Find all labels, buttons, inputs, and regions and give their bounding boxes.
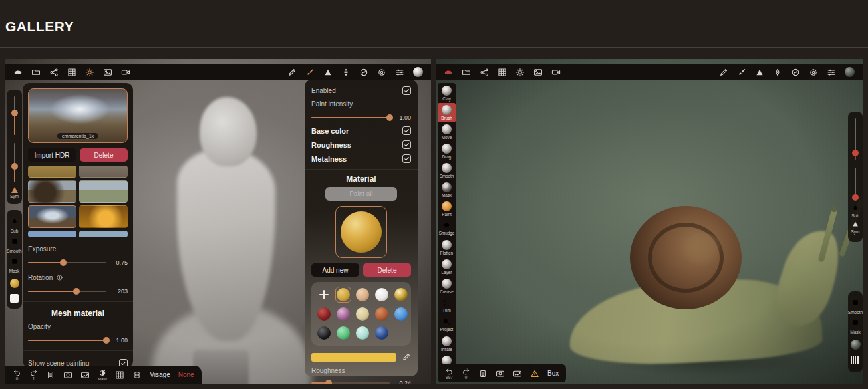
files-icon[interactable] xyxy=(462,68,471,77)
alpha-triangle-icon[interactable] xyxy=(755,68,764,77)
rotation-slider-knob[interactable] xyxy=(73,288,80,295)
texture-stripes-thumbnail[interactable] xyxy=(851,356,860,364)
environment-sun-icon[interactable] xyxy=(515,68,525,77)
intensity-slider-knob[interactable] xyxy=(11,163,18,170)
brush-brush-selected[interactable]: Brush xyxy=(438,103,456,122)
camera-icon[interactable] xyxy=(121,68,130,77)
brush-layer[interactable]: Layer xyxy=(438,257,456,277)
color-swatch[interactable] xyxy=(374,306,390,322)
hdr-thumbnail[interactable] xyxy=(79,166,128,178)
hdr-preview[interactable]: emmarentia_1k xyxy=(28,88,128,143)
brush-inflate[interactable]: Inflate xyxy=(438,334,456,354)
color-swatch[interactable] xyxy=(335,325,351,341)
color-swatch[interactable] xyxy=(316,325,332,341)
current-color-bar[interactable] xyxy=(311,353,396,362)
hdr-thumbnail[interactable] xyxy=(79,205,128,228)
hdr-thumbnail[interactable] xyxy=(28,180,76,203)
color-swatch[interactable] xyxy=(393,306,409,322)
add-new-material-button[interactable]: Add new xyxy=(311,263,359,277)
smooth-square-icon[interactable] xyxy=(851,299,859,307)
sliders-icon[interactable] xyxy=(827,68,836,77)
material-preview-box[interactable] xyxy=(335,206,387,258)
sub-droplet-icon[interactable] xyxy=(851,204,859,212)
brush-trim[interactable]: Trim xyxy=(438,296,456,315)
background-image-icon[interactable] xyxy=(533,68,543,77)
delete-material-button[interactable]: Delete xyxy=(363,263,411,277)
hdr-thumbnail-list[interactable] xyxy=(28,166,128,237)
radius-slider-knob[interactable] xyxy=(11,110,18,116)
radius-slider-knob[interactable] xyxy=(852,150,859,156)
color-swatch[interactable] xyxy=(335,306,351,322)
wireframe-grid-icon[interactable] xyxy=(115,370,124,380)
hdr-thumbnail-selected[interactable] xyxy=(28,205,76,228)
mask-toggle-button[interactable]: Mask xyxy=(98,369,107,381)
selection-state-label[interactable]: None xyxy=(178,371,194,378)
opacity-slider-knob[interactable] xyxy=(103,337,110,344)
exposure-slider-knob[interactable] xyxy=(60,259,67,266)
brush-project[interactable]: Project xyxy=(438,315,456,334)
sliders-icon[interactable] xyxy=(395,68,404,77)
globe-icon[interactable] xyxy=(132,370,142,380)
roughness-checkbox[interactable] xyxy=(402,140,411,149)
color-swatch-selected[interactable] xyxy=(335,287,351,303)
screenshot-icon[interactable] xyxy=(63,370,72,380)
redo-button[interactable]: 0 xyxy=(462,367,470,380)
material-roughness-slider-knob[interactable] xyxy=(325,380,332,384)
radius-vertical-slider[interactable] xyxy=(14,96,15,135)
box-label[interactable]: Box xyxy=(547,370,559,377)
scene-name-label[interactable]: Visage xyxy=(150,371,170,378)
matcap-sphere-icon[interactable] xyxy=(845,67,855,77)
export-icon[interactable] xyxy=(480,68,489,77)
sub-droplet-icon[interactable] xyxy=(11,217,19,225)
brush-flatten[interactable]: Flatten xyxy=(438,238,456,257)
symmetry-triangle-icon[interactable] xyxy=(11,187,18,193)
hdr-thumbnail[interactable] xyxy=(28,166,76,178)
screenshot-icon[interactable] xyxy=(496,369,505,378)
brush-paint[interactable]: Paint xyxy=(438,199,456,219)
brush-smudge[interactable]: Smudge xyxy=(438,219,456,238)
image-export-icon[interactable] xyxy=(513,369,522,378)
paintbrush-icon[interactable] xyxy=(305,68,315,77)
undo-button[interactable]: 0 xyxy=(13,368,21,381)
material-roughness-slider[interactable] xyxy=(311,382,390,384)
brush-mask[interactable]: Mask xyxy=(438,180,456,199)
warning-icon[interactable] xyxy=(530,369,539,378)
color-swatch[interactable] xyxy=(355,325,370,341)
material-preview-sphere[interactable] xyxy=(10,279,19,288)
color-swatch[interactable] xyxy=(316,306,332,322)
import-hdr-button[interactable]: Import HDR xyxy=(28,148,76,162)
brush-clay[interactable]: Clay xyxy=(438,84,456,103)
material-sphere-icon[interactable] xyxy=(359,68,368,77)
gear-icon[interactable] xyxy=(809,68,818,77)
hdr-thumbnail[interactable] xyxy=(28,231,76,237)
edit-color-pencil-icon[interactable] xyxy=(402,352,411,362)
background-image-icon[interactable] xyxy=(103,68,112,77)
hdr-thumbnail[interactable] xyxy=(79,180,128,203)
gear-icon[interactable] xyxy=(377,68,386,77)
matcap-preview-sphere[interactable] xyxy=(851,340,861,350)
hdr-thumbnail[interactable] xyxy=(79,231,128,237)
pencil-icon[interactable] xyxy=(719,68,728,77)
material-sphere-icon[interactable] xyxy=(791,68,800,77)
sculpt-viewport[interactable] xyxy=(436,59,863,384)
matcap-sphere-icon[interactable] xyxy=(413,67,423,77)
symmetry-triangle-icon[interactable] xyxy=(851,220,859,228)
paint-all-button[interactable]: Paint all xyxy=(325,187,397,201)
pencil-icon[interactable] xyxy=(287,68,297,77)
undo-button[interactable]: 997 xyxy=(445,367,454,380)
color-swatch[interactable] xyxy=(374,325,390,341)
redo-button[interactable]: 1 xyxy=(29,368,38,381)
paint-intensity-slider[interactable] xyxy=(311,117,390,118)
intensity-vertical-slider[interactable] xyxy=(14,143,15,182)
app-logo-icon[interactable] xyxy=(13,68,23,77)
color-swatch[interactable] xyxy=(355,306,370,322)
paint-intensity-slider-knob[interactable] xyxy=(386,114,393,121)
camera-icon[interactable] xyxy=(551,68,561,77)
layers-icon[interactable] xyxy=(46,370,55,380)
app-logo-icon[interactable] xyxy=(444,68,453,77)
files-icon[interactable] xyxy=(31,68,41,77)
color-swatch[interactable] xyxy=(374,287,390,303)
paintbrush-icon[interactable] xyxy=(737,68,746,77)
rotation-slider[interactable] xyxy=(28,291,106,292)
color-swatch[interactable] xyxy=(393,287,409,303)
